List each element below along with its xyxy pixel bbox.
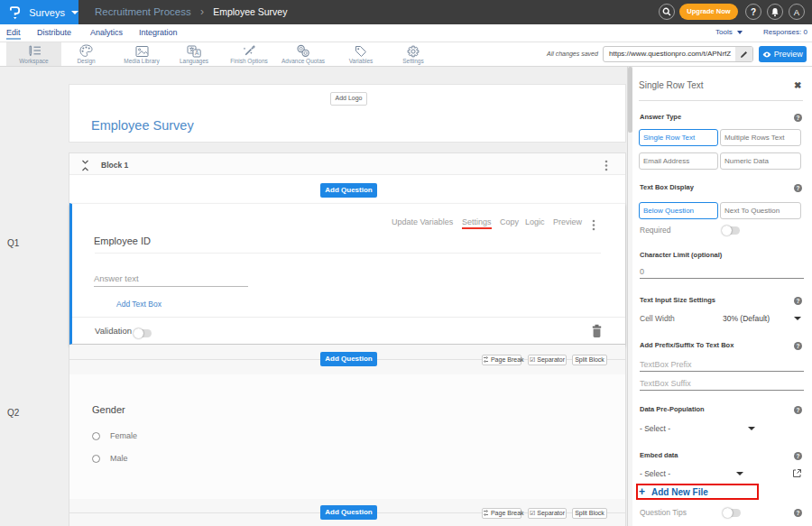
svg-text:A: A [195, 50, 199, 56]
